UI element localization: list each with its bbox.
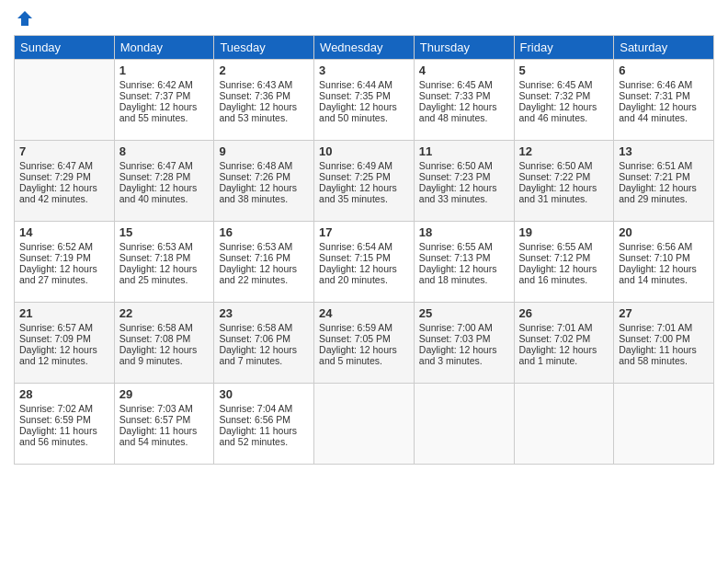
header-day: Monday <box>114 36 214 60</box>
sunrise: Sunrise: 6:49 AM <box>319 160 392 171</box>
day-number: 15 <box>119 225 210 239</box>
daylight: Daylight: 12 hours and 50 minutes. <box>319 101 397 123</box>
daylight: Daylight: 12 hours and 31 minutes. <box>519 182 597 204</box>
daylight: Daylight: 12 hours and 1 minute. <box>519 344 597 366</box>
sunset: Sunset: 7:03 PM <box>419 333 491 344</box>
daylight: Daylight: 12 hours and 3 minutes. <box>419 344 497 366</box>
daylight: Daylight: 11 hours and 58 minutes. <box>619 344 697 366</box>
calendar-cell: 6Sunrise: 6:46 AMSunset: 7:31 PMDaylight… <box>614 60 714 141</box>
sunrise: Sunrise: 7:02 AM <box>19 403 93 414</box>
daylight: Daylight: 12 hours and 27 minutes. <box>19 263 97 285</box>
sunset: Sunset: 7:32 PM <box>519 90 591 101</box>
sunset: Sunset: 7:22 PM <box>519 171 591 182</box>
day-number: 16 <box>219 225 309 239</box>
sunrise: Sunrise: 6:55 AM <box>519 241 593 252</box>
day-number: 9 <box>219 144 309 158</box>
calendar-cell: 21Sunrise: 6:57 AMSunset: 7:09 PMDayligh… <box>15 303 115 384</box>
day-number: 1 <box>119 63 210 77</box>
sunset: Sunset: 7:18 PM <box>119 252 191 263</box>
day-number: 19 <box>519 225 609 239</box>
header-day: Thursday <box>414 36 514 60</box>
day-number: 8 <box>119 144 210 158</box>
header-day: Tuesday <box>214 36 314 60</box>
calendar-cell: 29Sunrise: 7:03 AMSunset: 6:57 PMDayligh… <box>114 384 214 465</box>
sunset: Sunset: 7:06 PM <box>219 333 290 344</box>
calendar-cell: 10Sunrise: 6:49 AMSunset: 7:25 PMDayligh… <box>314 141 415 222</box>
sunset: Sunset: 7:19 PM <box>19 252 91 263</box>
calendar-cell: 5Sunrise: 6:45 AMSunset: 7:32 PMDaylight… <box>514 60 614 141</box>
calendar-cell: 8Sunrise: 6:47 AMSunset: 7:28 PMDaylight… <box>114 141 214 222</box>
day-number: 26 <box>519 306 609 320</box>
sunrise: Sunrise: 6:58 AM <box>219 322 292 333</box>
calendar-cell: 26Sunrise: 7:01 AMSunset: 7:02 PMDayligh… <box>514 303 614 384</box>
calendar-cell: 15Sunrise: 6:53 AMSunset: 7:18 PMDayligh… <box>114 222 214 303</box>
sunrise: Sunrise: 6:57 AM <box>19 322 93 333</box>
sunset: Sunset: 7:31 PM <box>619 90 690 101</box>
day-number: 5 <box>519 63 609 77</box>
calendar-cell: 14Sunrise: 6:52 AMSunset: 7:19 PMDayligh… <box>15 222 115 303</box>
day-number: 17 <box>319 225 409 239</box>
daylight: Daylight: 11 hours and 54 minutes. <box>119 425 198 447</box>
sunrise: Sunrise: 6:46 AM <box>619 79 692 90</box>
sunset: Sunset: 7:35 PM <box>319 90 391 101</box>
day-number: 2 <box>219 63 309 77</box>
calendar-cell: 12Sunrise: 6:50 AMSunset: 7:22 PMDayligh… <box>514 141 614 222</box>
sunset: Sunset: 7:00 PM <box>619 333 690 344</box>
calendar-cell: 25Sunrise: 7:00 AMSunset: 7:03 PMDayligh… <box>414 303 514 384</box>
sunset: Sunset: 7:15 PM <box>319 252 391 263</box>
sunrise: Sunrise: 7:00 AM <box>419 322 493 333</box>
daylight: Daylight: 12 hours and 18 minutes. <box>419 263 497 285</box>
sunrise: Sunrise: 7:01 AM <box>619 322 692 333</box>
day-number: 3 <box>319 63 409 77</box>
day-number: 11 <box>419 144 509 158</box>
sunrise: Sunrise: 6:42 AM <box>119 79 193 90</box>
sunrise: Sunrise: 6:50 AM <box>419 160 493 171</box>
daylight: Daylight: 12 hours and 22 minutes. <box>219 263 297 285</box>
daylight: Daylight: 12 hours and 44 minutes. <box>619 101 697 123</box>
sunrise: Sunrise: 6:56 AM <box>619 241 692 252</box>
sunset: Sunset: 7:09 PM <box>19 333 91 344</box>
sunrise: Sunrise: 6:45 AM <box>419 79 493 90</box>
sunrise: Sunrise: 6:52 AM <box>19 241 93 252</box>
calendar-cell <box>614 384 714 465</box>
daylight: Daylight: 12 hours and 38 minutes. <box>219 182 297 204</box>
daylight: Daylight: 12 hours and 48 minutes. <box>419 101 497 123</box>
calendar-cell: 19Sunrise: 6:55 AMSunset: 7:12 PMDayligh… <box>514 222 614 303</box>
day-number: 30 <box>219 387 309 401</box>
calendar-cell: 4Sunrise: 6:45 AMSunset: 7:33 PMDaylight… <box>414 60 514 141</box>
header-day: Saturday <box>614 36 714 60</box>
sunrise: Sunrise: 6:48 AM <box>219 160 292 171</box>
sunset: Sunset: 6:59 PM <box>19 414 91 425</box>
sunset: Sunset: 7:16 PM <box>219 252 290 263</box>
daylight: Daylight: 12 hours and 25 minutes. <box>119 263 198 285</box>
sunrise: Sunrise: 6:51 AM <box>619 160 692 171</box>
calendar-cell <box>314 384 415 465</box>
sunrise: Sunrise: 6:53 AM <box>219 241 292 252</box>
day-number: 7 <box>19 144 109 158</box>
svg-marker-0 <box>17 11 32 26</box>
header-day: Sunday <box>15 36 115 60</box>
sunset: Sunset: 7:10 PM <box>619 252 690 263</box>
daylight: Daylight: 12 hours and 9 minutes. <box>119 344 198 366</box>
sunrise: Sunrise: 6:59 AM <box>319 322 392 333</box>
calendar-cell <box>414 384 514 465</box>
calendar-cell: 16Sunrise: 6:53 AMSunset: 7:16 PMDayligh… <box>214 222 314 303</box>
day-number: 24 <box>319 306 409 320</box>
sunset: Sunset: 7:37 PM <box>119 90 191 101</box>
daylight: Daylight: 12 hours and 42 minutes. <box>19 182 97 204</box>
calendar-cell: 3Sunrise: 6:44 AMSunset: 7:35 PMDaylight… <box>314 60 415 141</box>
day-number: 29 <box>119 387 210 401</box>
calendar-week-row: 1Sunrise: 6:42 AMSunset: 7:37 PMDaylight… <box>15 60 714 141</box>
sunset: Sunset: 7:26 PM <box>219 171 290 182</box>
sunset: Sunset: 6:56 PM <box>219 414 290 425</box>
sunset: Sunset: 7:05 PM <box>319 333 391 344</box>
sunrise: Sunrise: 6:58 AM <box>119 322 193 333</box>
daylight: Daylight: 12 hours and 40 minutes. <box>119 182 198 204</box>
calendar-cell <box>15 60 115 141</box>
sunrise: Sunrise: 7:03 AM <box>119 403 193 414</box>
calendar-cell <box>514 384 614 465</box>
day-number: 25 <box>419 306 509 320</box>
day-number: 14 <box>19 225 109 239</box>
day-number: 23 <box>219 306 309 320</box>
day-number: 20 <box>619 225 709 239</box>
